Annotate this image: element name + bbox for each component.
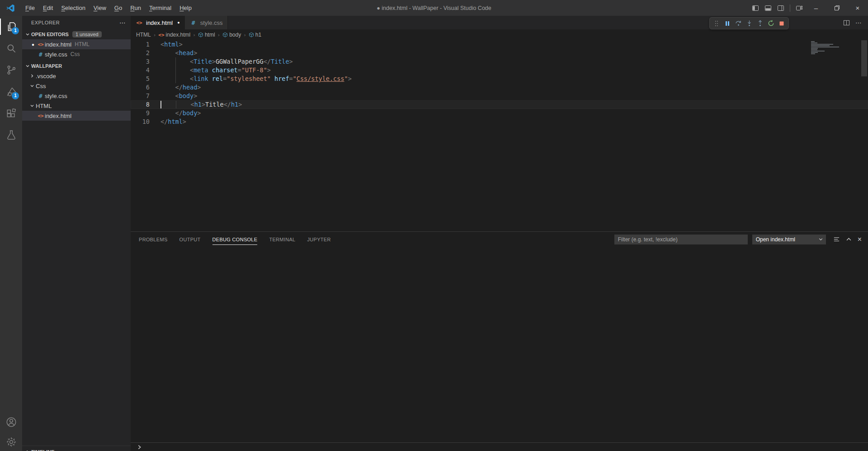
tab-label: index.html: [146, 19, 173, 26]
more-actions-icon[interactable]: ⋯: [855, 19, 862, 26]
open-editor-filename: style.css: [45, 51, 67, 58]
menu-bar: File Edit Selection View Go Run Terminal…: [21, 0, 196, 16]
debug-session-dropdown[interactable]: Open index.html: [752, 235, 826, 244]
debug-console-input[interactable]: [131, 442, 868, 451]
line-number: 9: [131, 109, 150, 117]
line-number: 6: [131, 83, 150, 92]
search-icon[interactable]: [0, 38, 22, 59]
customize-layout-icon[interactable]: [793, 2, 806, 14]
settings-gear-icon[interactable]: [0, 433, 22, 451]
code-line[interactable]: 10</html>: [131, 117, 868, 126]
tab-debug-console[interactable]: DEBUG CONSOLE: [212, 234, 258, 245]
menu-selection[interactable]: Selection: [57, 2, 89, 14]
explorer-title: EXPLORER: [31, 20, 60, 25]
debug-step-into-icon[interactable]: [744, 19, 754, 28]
editor-scrollbar[interactable]: [861, 40, 867, 76]
split-editor-icon[interactable]: [843, 19, 850, 26]
tree-file-index-html[interactable]: <> index.html: [22, 111, 131, 121]
menu-go[interactable]: Go: [110, 2, 126, 14]
tree-folder-css[interactable]: Css: [22, 81, 131, 91]
minimize-button[interactable]: –: [806, 0, 826, 16]
breadcrumb-separator-icon: ›: [193, 32, 196, 38]
code-line[interactable]: 2 <head>: [131, 49, 868, 57]
open-editors-section[interactable]: OPEN EDITORS 1 unsaved: [22, 29, 131, 39]
breadcrumb-symbol-h1[interactable]: h1: [249, 32, 261, 38]
extensions-icon[interactable]: [0, 103, 22, 124]
explorer-header: EXPLORER ⋯: [22, 16, 131, 29]
explorer-more-actions-icon[interactable]: ⋯: [119, 19, 126, 26]
debug-pause-icon[interactable]: [722, 19, 732, 28]
html-icon: <>: [37, 42, 45, 47]
menu-view[interactable]: View: [90, 2, 110, 14]
debug-stop-icon[interactable]: [777, 19, 787, 28]
open-editor-index-html[interactable]: ● <> index.html HTML: [22, 39, 131, 49]
menu-help[interactable]: Help: [175, 2, 196, 14]
tab-index-html[interactable]: <> index.html ●: [131, 16, 185, 29]
code-line[interactable]: 5 <link rel="stylesheet" href="Css/style…: [131, 75, 868, 83]
menu-edit[interactable]: Edit: [39, 2, 57, 14]
breadcrumb-folder[interactable]: HTML: [136, 32, 151, 38]
code-lines: 1<html>2 <head>3 <Title>GGWallPaperGG</T…: [131, 40, 868, 126]
folder-label: Css: [36, 83, 46, 89]
symbol-cube-icon: [222, 32, 228, 38]
menu-run[interactable]: Run: [126, 2, 145, 14]
tab-terminal[interactable]: TERMINAL: [269, 234, 295, 245]
debug-console-output[interactable]: [131, 247, 868, 442]
tab-output[interactable]: OUTPUT: [179, 234, 201, 245]
menu-terminal[interactable]: Terminal: [145, 2, 175, 14]
tab-style-css[interactable]: # style.css: [185, 16, 228, 29]
css-icon: #: [37, 93, 45, 99]
code-line[interactable]: 1<html>: [131, 40, 868, 49]
line-number: 10: [131, 117, 150, 126]
restore-button[interactable]: [826, 0, 847, 16]
line-number: 1: [131, 40, 150, 49]
toggle-secondary-sidebar-icon[interactable]: [774, 2, 787, 14]
timeline-section[interactable]: TIMELINE: [22, 446, 131, 451]
tab-problems[interactable]: PROBLEMS: [139, 234, 168, 245]
code-line[interactable]: 8 <h1>Title</h1>: [131, 100, 868, 109]
close-window-button[interactable]: ×: [847, 0, 868, 16]
breadcrumb-symbol-body[interactable]: body: [222, 32, 241, 38]
modified-dot-icon[interactable]: ●: [29, 42, 37, 47]
console-options-icon[interactable]: [833, 236, 840, 243]
source-control-icon[interactable]: [0, 59, 22, 81]
code-line[interactable]: 9 </body>: [131, 109, 868, 117]
code-line[interactable]: 7 <body>: [131, 92, 868, 100]
breadcrumb-symbol-html[interactable]: html: [198, 32, 215, 38]
tab-jupyter[interactable]: JUPYTER: [307, 234, 330, 245]
panel-controls: Open index.html ×: [614, 235, 868, 244]
workspace-section[interactable]: WALLPAPER: [22, 61, 131, 71]
debug-toolbar: [709, 17, 789, 29]
testing-icon[interactable]: [0, 124, 22, 146]
close-panel-icon[interactable]: ×: [858, 236, 862, 243]
tree-folder-vscode[interactable]: .vscode: [22, 71, 131, 81]
chevron-down-icon: [818, 237, 823, 242]
debug-step-out-icon[interactable]: [755, 19, 765, 28]
debug-filter-input[interactable]: [614, 235, 748, 244]
debug-restart-icon[interactable]: [766, 19, 776, 28]
code-line[interactable]: 3 <Title>GGWallPaperGG</Title>: [131, 57, 868, 66]
open-editor-style-css[interactable]: # style.css Css: [22, 49, 131, 59]
minimap[interactable]: [811, 41, 842, 55]
maximize-panel-icon[interactable]: [846, 236, 852, 242]
toggle-primary-sidebar-icon[interactable]: [749, 2, 762, 14]
tree-folder-html[interactable]: HTML: [22, 101, 131, 111]
code-line[interactable]: 4 <meta charset="UTF-8">: [131, 66, 868, 75]
open-editors-label: OPEN EDITORS: [31, 32, 69, 37]
breadcrumb-file[interactable]: <> index.html: [158, 32, 190, 38]
tree-file-style-css[interactable]: # style.css: [22, 91, 131, 101]
debug-drag-handle-icon[interactable]: [712, 19, 722, 28]
debug-step-over-icon[interactable]: [733, 19, 743, 28]
css-icon: #: [189, 19, 198, 26]
html-icon: <>: [135, 20, 143, 26]
toggle-panel-icon[interactable]: [762, 2, 774, 14]
menu-file[interactable]: File: [21, 2, 39, 14]
activity-bar: 1 1: [0, 16, 22, 451]
accounts-icon[interactable]: [0, 411, 22, 433]
explorer-icon[interactable]: 1: [0, 16, 22, 38]
code-line[interactable]: 6 </head>: [131, 83, 868, 92]
code-editor[interactable]: 1<html>2 <head>3 <Title>GGWallPaperGG</T…: [131, 40, 868, 231]
html-icon: <>: [158, 32, 164, 38]
modified-dot-icon[interactable]: ●: [177, 20, 179, 25]
run-and-debug-icon[interactable]: 1: [0, 81, 22, 103]
